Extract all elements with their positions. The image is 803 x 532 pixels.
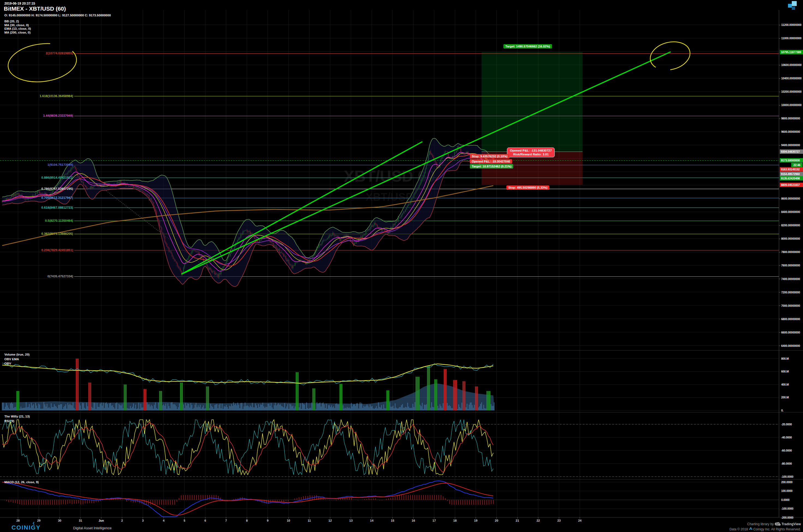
price-tick-7000: 7000.00000000 [781, 304, 803, 307]
willy-tick: -60.0000 [781, 449, 803, 452]
time-label-31: 31 [75, 519, 86, 522]
obv-ema-label[interactable]: OBV EMA [4, 358, 19, 361]
price-tick-7400: 7400.00000000 [781, 277, 803, 281]
price-badge-9135.62420498: 9135.62420498 [780, 176, 803, 180]
fib-label-0[interactable]: 0(7435.47527334) [0, 274, 73, 278]
drawn-circle[interactable] [647, 38, 693, 74]
chart-title: BitMEX - XBT/USD (60) [4, 5, 66, 12]
indicator-legend-3[interactable]: MA (200, close, 0) [4, 31, 31, 34]
fib-label-0.5[interactable]: 0.5(8270.11350464) [0, 219, 73, 222]
chart-datetime: 2019-06-19 20:37:15 [4, 2, 35, 5]
price-tick-8400: 8400.00000000 [781, 210, 803, 213]
time-label-15: 15 [387, 519, 398, 522]
ohlc-readout: O: 9145.00000000 H: 9174.50000000 L: 912… [4, 14, 111, 17]
position-target-label[interactable]: Target: 1490.57046662 (16.02%) [503, 44, 552, 49]
fib-label-0.618[interactable]: 0.618(8467.08812723) [0, 206, 73, 209]
position-pnl-tooltip: Opened P&L: -131.04830727 Risk/Reward Ra… [507, 148, 555, 157]
macd-pane-title[interactable]: MACD (12, 26, close, 9) [4, 480, 39, 484]
volume-tick: 600.M [781, 370, 803, 373]
willy-tick: -100.0000 [781, 475, 803, 478]
time-label-22: 22 [533, 519, 544, 522]
willy-tick: -80.0000 [781, 462, 803, 465]
time-label-11: 11 [304, 519, 315, 522]
price-tick-10600: 10600.00000000 [781, 63, 803, 66]
time-label-2: 2 [116, 519, 127, 522]
coinigy-logo[interactable]: COINIGY [12, 524, 41, 531]
time-label-24: 24 [574, 519, 585, 522]
fib-label-1[interactable]: 1(9104.75173594) [0, 163, 73, 166]
fib-label-0.786[interactable]: 0.786(8747.52657295) [0, 187, 73, 190]
volume-tick: 0. [781, 409, 803, 412]
fib-label-2[interactable]: 2(10774.02819855) [0, 52, 73, 55]
willy-tick: -20.0000 [781, 423, 803, 426]
position-stop-label[interactable]: Stop: 495.50298890 (5.33%) [506, 186, 549, 190]
indicator-legend-0[interactable]: BB (20, 2) [4, 20, 19, 23]
price-tick-7200: 7200.00000000 [781, 291, 803, 294]
price-tick-9400: 9400.00000000 [781, 144, 803, 147]
price-tick-9600: 9600.00000000 [781, 130, 803, 133]
time-label-3: 3 [137, 519, 148, 522]
fib-label-0.236[interactable]: 0.236(7829.42451851) [0, 248, 73, 252]
data-copyright-text: Data © 2018 [730, 527, 748, 531]
fib-label-1.44[interactable]: 1.44(9839.23337949) [0, 114, 73, 117]
risk-reward-ratio: Risk/Reward Ratio: 3.01 [510, 152, 552, 156]
coinigy-diamond-icon [749, 527, 752, 531]
willy-pane-title[interactable]: The Willy (21, 13) [4, 415, 30, 418]
price-badge-8809.04531837: 8809.04531837 [780, 183, 803, 187]
fib-label-1.618[interactable]: 1.618(10136.36458984) [0, 94, 73, 98]
indicator-legend-1[interactable]: MA (30, close, 0) [4, 23, 29, 27]
time-label-21: 21 [512, 519, 523, 522]
fib-label-0.705[interactable]: 0.705(8612.31217947) [0, 196, 73, 199]
opened-pnl: Opened P&L: -131.04830727 [510, 149, 552, 152]
rsi-label[interactable]: RSI (9) [4, 419, 14, 423]
volume-tick: 800.M [781, 357, 803, 360]
chart-surface[interactable]: XBT/USD 60 XBT/USD 2019-06-19 20:37:15 B… [0, 0, 803, 532]
willy-pane [2, 420, 493, 475]
price-tick-10200: 10200.00000000 [781, 90, 803, 93]
time-label-23: 23 [554, 519, 564, 522]
rights-reserved-text: Coinigy Inc. All Rights Reserved. [753, 527, 801, 531]
grid-layer [0, 10, 779, 517]
price-tick-7800: 7800.00000000 [781, 250, 803, 253]
volume-tick: 400.M [781, 383, 803, 386]
indicator-legend-2[interactable]: EMA (13, close, 0) [4, 27, 31, 30]
time-label-17: 17 [429, 519, 440, 522]
price-tick-8000: 8000.00000000 [781, 237, 803, 240]
entry-pill-2[interactable]: Target: 10.97152462 (0.21%) [470, 164, 513, 169]
fib-label-0.886[interactable]: 0.886(8914.45421921) [0, 176, 73, 179]
price-tick-10000: 10000.00000000 [781, 103, 803, 107]
macd-tick: -100.0000 [781, 507, 803, 510]
trend-line[interactable] [182, 52, 671, 274]
tradingview-credit[interactable]: Charting library by TradingView [747, 522, 801, 526]
price-tick-11200: 11200.00000000 [781, 23, 803, 26]
price-tick-7600: 7600.00000000 [781, 264, 803, 267]
entry-pill-0[interactable]: Stop: 9.43576232 (0.10%) [470, 154, 509, 158]
price-tick-6800: 6800.00000000 [781, 317, 803, 321]
time-label-14: 14 [366, 519, 377, 522]
volume-pane-title[interactable]: Volume (true, 20) [4, 353, 30, 356]
time-label-10: 10 [283, 519, 294, 522]
coinigy-tagline: Digital Asset Intelligence [73, 526, 112, 530]
charting-library-text: Charting library by [747, 522, 773, 526]
time-label-19: 19 [470, 519, 481, 522]
macd-pane [0, 481, 779, 517]
price-tick-8200: 8200.00000000 [781, 224, 803, 227]
price-badge-9173.50000000: 9173.50000000 [780, 158, 803, 163]
price-tick-8600: 8600.00000000 [781, 197, 803, 200]
data-credit: Data © 2018 Coinigy Inc. All Rights Rese… [730, 527, 801, 531]
fib-label-0.382[interactable]: 0.382(8073.13888205) [0, 232, 73, 235]
time-label-16: 16 [408, 519, 419, 522]
price-chart-canvas[interactable] [0, 0, 803, 532]
time-label-Jun: Jun [96, 519, 107, 522]
time-label-20: 20 [491, 519, 502, 522]
time-label-5: 5 [179, 519, 190, 522]
coinigy-app-icon[interactable] [787, 1, 798, 11]
entry-pill-1[interactable]: Opened P&L: -19.00427040 [470, 159, 512, 164]
time-label-30: 30 [54, 519, 65, 522]
time-label-8: 8 [241, 519, 253, 522]
price-badge-9304.54830727: 9304.54830727 [780, 149, 803, 154]
time-label-6: 6 [200, 519, 211, 522]
drawn-circle[interactable] [6, 40, 79, 86]
obv-label[interactable]: OBV [4, 362, 11, 365]
price-badge-10795.11877389: 10795.11877389 [780, 50, 803, 54]
